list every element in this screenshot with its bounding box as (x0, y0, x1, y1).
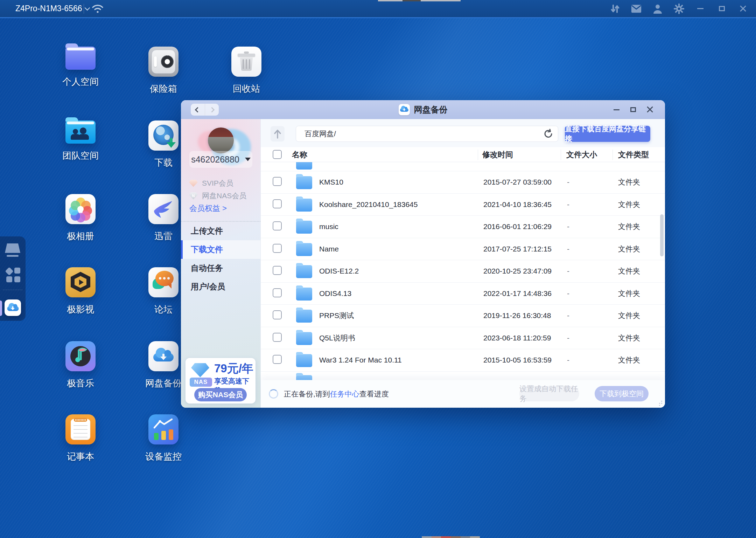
app-grid-icon[interactable] (5, 267, 21, 283)
column-header-modified[interactable]: 修改时间 (482, 147, 513, 162)
file-row[interactable]: ODIS-E12.2 2020-10-25 23:47:09 - 文件夹 (261, 260, 665, 283)
desktop-app-personal-space[interactable]: 个人空间 (49, 43, 112, 88)
desktop-app-team-space[interactable]: 团队空间 (49, 117, 112, 162)
row-checkbox[interactable] (273, 310, 282, 319)
row-checkbox[interactable] (273, 355, 282, 364)
set-auto-download-task-button[interactable]: 设置成自动下载任务 (519, 386, 579, 401)
direct-download-share-link-button[interactable]: 直接下载百度网盘分享链接 (565, 126, 650, 142)
nas-member-promo-card: NAS 79元/年 享受高速下载 购买NAS会员 (186, 358, 255, 404)
minimize-window-icon[interactable] (612, 106, 620, 113)
list-scrollbar-thumb[interactable] (660, 214, 664, 256)
dock-cloud-backup-app[interactable] (5, 299, 21, 316)
file-row[interactable]: Name 2017-07-25 17:12:15 - 文件夹 (261, 238, 665, 261)
maximize-system-icon[interactable] (716, 4, 727, 14)
column-header-size[interactable]: 文件大小 (566, 147, 597, 162)
username-dropdown[interactable]: s462026880 (189, 151, 252, 168)
wifi-icon[interactable] (92, 3, 104, 15)
column-header-name[interactable]: 名称 (292, 147, 307, 162)
device-name-dropdown[interactable]: Z4Pro-N1M3-6566 (15, 0, 90, 17)
window-controls (612, 100, 654, 119)
row-checkbox[interactable] (273, 266, 282, 275)
row-checkbox[interactable] (273, 333, 282, 342)
file-row[interactable]: PRPS测试 2019-11-26 16:30:48 - 文件夹 (261, 305, 665, 327)
menu-item-auto-task[interactable]: 自动任务 (181, 259, 260, 277)
row-checkbox[interactable] (273, 244, 282, 253)
hidden-taskbar-sliver (422, 536, 480, 538)
desktop-app-music[interactable]: 极音乐 (49, 341, 112, 389)
folder-icon (296, 243, 312, 256)
file-type: 文件夹 (618, 327, 640, 349)
user-icon[interactable] (652, 4, 663, 14)
music-disc-icon (65, 341, 96, 371)
file-modified-time: 2020-10-25 23:47:09 (483, 260, 552, 282)
hidden-window-top-sliver (378, 0, 461, 1)
desktop-app-device-monitor[interactable]: 设备监控 (132, 414, 195, 463)
desktop-app-recycle-bin[interactable]: 回收站 (215, 47, 278, 95)
team-folder-icon (65, 120, 96, 144)
backup-spinner-icon (269, 389, 278, 399)
file-size: - (567, 283, 569, 305)
file-name: ODIS4.13 (319, 283, 351, 305)
row-checkbox[interactable] (273, 199, 282, 208)
folder-icon (296, 375, 312, 380)
maximize-window-icon[interactable] (629, 106, 637, 113)
file-row[interactable]: Koolshare_20210410_183645 2021-04-10 18:… (261, 194, 665, 216)
resize-grip[interactable] (657, 401, 662, 406)
row-checkbox[interactable] (273, 288, 282, 297)
file-modified-time: 2016-06-01 21:06:29 (483, 216, 552, 238)
hidden-dock-app-sliver (0, 301, 2, 316)
mail-icon[interactable] (631, 4, 642, 14)
up-directory-button[interactable] (271, 126, 285, 142)
device-name: Z4Pro-N1M3-6566 (15, 4, 82, 13)
close-system-icon[interactable] (738, 4, 748, 14)
task-center-link[interactable]: 任务中心 (330, 389, 359, 399)
path-input-wrap (296, 126, 558, 142)
desktop-app-notepad[interactable]: 记事本 (49, 414, 112, 463)
sidebar-menu: 上传文件 下载文件 自动任务 用户/会员 (181, 222, 260, 296)
row-checkbox[interactable] (273, 221, 282, 230)
desktop-view-icon[interactable] (5, 243, 20, 253)
settings-gear-icon[interactable] (674, 4, 684, 14)
app-label: 极影视 (49, 303, 112, 316)
side-dock (0, 236, 26, 321)
row-checkbox[interactable] (273, 177, 282, 186)
path-input[interactable] (296, 126, 558, 142)
menu-item-user-member[interactable]: 用户/会员 (181, 277, 260, 296)
minimize-system-icon[interactable] (695, 4, 706, 14)
diamond-icon (191, 363, 209, 377)
file-row[interactable]: Q5L说明书 2023-06-18 11:20:59 - 文件夹 (261, 327, 665, 350)
file-row[interactable]: KMS10 2015-07-27 03:59:00 - 文件夹 (261, 171, 665, 194)
folder-icon (296, 354, 312, 367)
transfer-icon[interactable] (610, 4, 620, 14)
desktop-app-movies[interactable]: 极影视 (49, 267, 112, 316)
back-button[interactable] (191, 104, 205, 116)
menu-item-download[interactable]: 下载文件 (181, 240, 260, 259)
refresh-icon[interactable] (544, 129, 553, 139)
file-name: PRPS测试 (319, 305, 354, 327)
promo-price: 79元/年 (214, 361, 253, 377)
select-all-checkbox[interactable] (273, 150, 282, 159)
desktop-app-safe[interactable]: 保险箱 (132, 47, 195, 95)
close-window-icon[interactable] (646, 106, 654, 113)
download-to-space-button[interactable]: 下载到极空间 (595, 386, 649, 401)
column-header-type[interactable]: 文件类型 (618, 147, 649, 162)
folder-icon (296, 332, 312, 345)
window-titlebar[interactable]: 网盘备份 (181, 100, 665, 119)
file-type: 文件夹 (618, 216, 640, 238)
notepad-icon (65, 414, 96, 444)
file-type: 文件夹 (618, 171, 640, 193)
app-label: 保险箱 (132, 83, 195, 95)
file-row[interactable]: ODIS4.13 2022-01-17 14:48:36 - 文件夹 (261, 283, 665, 305)
menu-item-upload[interactable]: 上传文件 (181, 222, 260, 240)
file-type: 文件夹 (618, 305, 640, 327)
file-type: 文件夹 (618, 283, 640, 305)
file-row[interactable]: War3 1.24 For Mac 10.11 2015-10-05 16:53… (261, 349, 665, 372)
member-benefits-link[interactable]: 会员权益 > (189, 203, 227, 214)
file-row[interactable]: music 2016-06-01 21:06:29 - 文件夹 (261, 216, 665, 238)
forward-button[interactable] (205, 104, 219, 116)
user-avatar[interactable] (208, 127, 234, 153)
buy-nas-member-button[interactable]: 购买NAS会员 (194, 388, 247, 401)
file-size: - (567, 260, 569, 282)
cloud-download-icon (7, 306, 19, 311)
desktop-app-photos[interactable]: 极相册 (49, 194, 112, 242)
